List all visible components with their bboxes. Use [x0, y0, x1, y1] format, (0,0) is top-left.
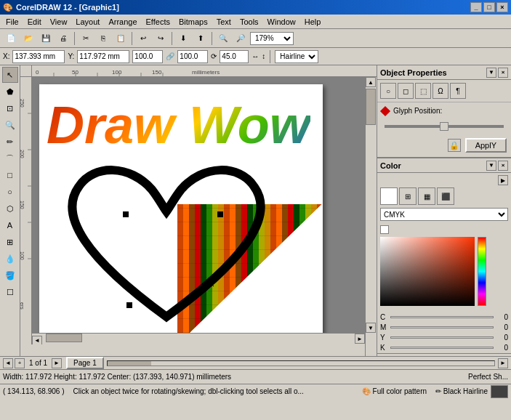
h-input[interactable] — [177, 50, 208, 63]
obj-props-btn-1[interactable]: ○ — [380, 83, 396, 99]
mirror-h[interactable]: ↔ — [252, 52, 259, 60]
outline-tool[interactable]: ☐ — [2, 284, 18, 300]
menu-file[interactable]: File — [1, 16, 23, 28]
copy-btn[interactable]: ⎘ — [95, 31, 111, 47]
page-next-btn[interactable]: ► — [52, 358, 62, 368]
obj-props-btn-2[interactable]: ◻ — [398, 83, 414, 99]
status-coords: ( 134.113, 68.906 ) — [3, 387, 65, 395]
color-icon-3[interactable]: ⬛ — [437, 187, 454, 205]
scroll-hthumb[interactable] — [46, 334, 82, 342]
page-prev-btn[interactable]: ◄ — [3, 358, 13, 368]
polygon-tool[interactable]: ⬡ — [2, 201, 18, 217]
scrollbar-horizontal[interactable]: ◄ ► — [32, 333, 365, 344]
obj-props-arrow-btn[interactable]: ▼ — [486, 68, 496, 78]
x-input[interactable] — [12, 50, 65, 63]
glyph-slider[interactable] — [382, 121, 507, 132]
slider-thumb[interactable] — [440, 122, 448, 131]
menu-window[interactable]: Window — [263, 16, 300, 28]
color-panel-arrow-btn[interactable]: ▼ — [486, 161, 496, 171]
scroll-down-btn[interactable]: ▼ — [366, 323, 376, 333]
mirror-v[interactable]: ↕ — [262, 52, 265, 60]
scroll-right-end-btn[interactable]: ► — [498, 358, 508, 368]
obj-props-btn-4[interactable]: Ω — [432, 83, 448, 99]
sep3 — [172, 32, 172, 45]
text-tool[interactable]: A — [2, 217, 18, 233]
status-color-preview — [491, 385, 508, 398]
scroll-thumb[interactable] — [366, 89, 376, 125]
menu-effects[interactable]: Effects — [142, 16, 174, 28]
fill-tool[interactable]: 🪣 — [2, 267, 18, 283]
zoom-out-btn[interactable]: 🔎 — [233, 31, 249, 47]
menu-text[interactable]: Text — [212, 16, 236, 28]
svg-line-28 — [177, 204, 323, 344]
minimize-btn[interactable]: _ — [470, 2, 482, 12]
w-input[interactable] — [132, 50, 163, 63]
y-slider[interactable] — [390, 336, 494, 339]
freehand-tool[interactable]: ✏ — [2, 134, 18, 150]
obj-props-btn-3[interactable]: ⬚ — [415, 83, 431, 99]
color-checkbox[interactable] — [380, 225, 389, 234]
print-btn[interactable]: 🖨 — [55, 31, 71, 47]
color-options-btn[interactable]: ▶ — [498, 175, 508, 185]
menu-arrange[interactable]: Arrange — [104, 16, 141, 28]
page-add-btn[interactable]: + — [15, 358, 25, 368]
select-tool[interactable]: ↖ — [2, 67, 18, 83]
color-icon-1[interactable]: ⊞ — [399, 187, 417, 205]
color-swatches-row: ⊞ ▦ ⬛ — [377, 187, 511, 208]
undo-btn[interactable]: ↩ — [135, 31, 151, 47]
menu-help[interactable]: Help — [300, 16, 326, 28]
canvas-container[interactable]: Draw Wow × — [32, 77, 377, 344]
hue-bar[interactable] — [478, 237, 486, 306]
k-slider[interactable] — [390, 347, 494, 349]
h-scrollbar-track[interactable] — [107, 360, 495, 366]
shape-tool[interactable]: ⬟ — [2, 84, 18, 100]
crop-tool[interactable]: ⊡ — [2, 100, 18, 116]
menu-edit[interactable]: Edit — [23, 16, 46, 28]
scrollbar-vertical[interactable]: ▲ ▼ — [365, 77, 377, 333]
scroll-right-btn[interactable]: ► — [355, 334, 365, 344]
scroll-left-btn[interactable]: ◄ — [32, 336, 42, 345]
export-btn[interactable]: ⬆ — [193, 31, 209, 47]
line-style-select[interactable]: Hairline — [275, 50, 318, 63]
cut-btn[interactable]: ✂ — [78, 31, 94, 47]
color-panel-close-btn[interactable]: × — [498, 161, 508, 171]
rect-tool[interactable]: □ — [2, 167, 18, 183]
open-btn[interactable]: 📂 — [20, 31, 36, 47]
page-tab[interactable]: Page 1 — [66, 357, 104, 369]
table-tool[interactable]: ⊞ — [2, 234, 18, 250]
paste-btn[interactable]: 📋 — [113, 31, 129, 47]
close-btn[interactable]: × — [496, 2, 508, 12]
svg-text:250: 250 — [20, 99, 25, 108]
scroll-up-btn[interactable]: ▲ — [366, 77, 376, 87]
white-swatch[interactable] — [380, 187, 398, 205]
menu-bitmaps[interactable]: Bitmaps — [174, 16, 212, 28]
smart-draw-tool[interactable]: ⌒ — [2, 150, 18, 166]
new-btn[interactable]: 📄 — [3, 31, 19, 47]
zoom-tool[interactable]: 🔍 — [2, 117, 18, 133]
obj-props-close-btn[interactable]: × — [498, 68, 508, 78]
c-slider[interactable] — [390, 316, 494, 318]
angle-input[interactable] — [220, 50, 249, 63]
apply-button[interactable]: ApplY — [465, 138, 507, 153]
menu-view[interactable]: View — [46, 16, 72, 28]
color-picker[interactable] — [380, 237, 475, 306]
color-icon-2[interactable]: ▦ — [418, 187, 435, 205]
color-mode-select[interactable]: CMYK — [380, 208, 508, 221]
window-title: CorelDRAW 12 - [Graphic1] — [16, 3, 119, 12]
h-scrollbar-thumb[interactable] — [108, 361, 151, 366]
import-btn[interactable]: ⬇ — [175, 31, 191, 47]
ellipse-tool[interactable]: ○ — [2, 184, 18, 200]
menu-tools[interactable]: Tools — [236, 16, 263, 28]
save-btn[interactable]: 💾 — [38, 31, 54, 47]
zoom-in-btn[interactable]: 🔍 — [215, 31, 231, 47]
y-input[interactable] — [77, 50, 129, 63]
lock-icon[interactable]: 🔒 — [448, 139, 461, 152]
redo-btn[interactable]: ↪ — [153, 31, 169, 47]
obj-props-btn-5[interactable]: ¶ — [450, 83, 466, 99]
menu-layout[interactable]: Layout — [71, 16, 104, 28]
maximize-btn[interactable]: □ — [483, 2, 495, 12]
eyedropper-tool[interactable]: 💧 — [2, 251, 18, 267]
left-toolbar: ↖ ⬟ ⊡ 🔍 ✏ ⌒ □ ○ ⬡ A ⊞ 💧 🪣 ☐ — [0, 65, 20, 356]
m-slider[interactable] — [390, 326, 494, 328]
zoom-select[interactable]: 179% — [250, 32, 294, 45]
